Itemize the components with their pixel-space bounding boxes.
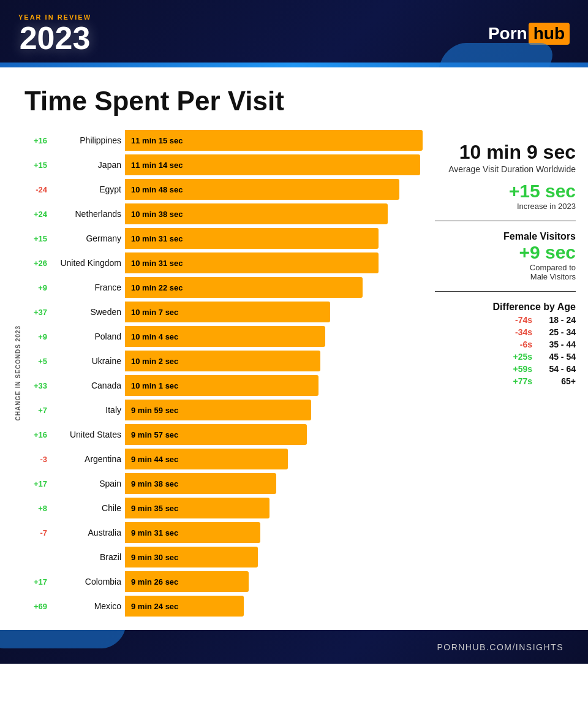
bar: 9 min 59 sec [125,400,311,420]
age-range: 35 - 44 [542,340,576,349]
chart-data: +16Philippines11 min 15 sec+15Japan11 mi… [21,129,423,618]
chart-row: +15Germany10 min 31 sec [21,227,423,250]
bar-label: 10 min 48 sec [131,185,183,194]
chart-column: CHANGE IN SECONDS 2023 +16Philippines11 … [12,129,423,618]
country-name: Canada [51,381,121,390]
bar-label: 11 min 14 sec [131,161,183,170]
bar-label: 9 min 59 sec [131,406,178,415]
age-range: 18 - 24 [542,315,576,325]
pornhub-logo: Porn hub [488,23,570,45]
chart-row: -3Argentina9 min 44 sec [21,447,423,471]
logo-area: YEAR IN REVIEW 2023 [18,13,91,54]
chart-row: +17Colombia9 min 26 sec [21,570,423,593]
change-value: +17 [21,479,47,488]
chart-row: +17Spain9 min 38 sec [21,472,423,495]
change-value: +9 [21,283,47,292]
age-range: 45 - 54 [542,352,576,362]
footer: PORNHUB.COM/INSIGHTS [0,630,588,664]
bar-container: 11 min 15 sec [125,130,423,151]
bar: 9 min 31 sec [125,522,260,543]
age-change: -34s [502,327,532,337]
bar-label: 9 min 30 sec [131,553,178,562]
country-name: Chile [51,503,121,513]
bar-label: 10 min 31 sec [131,259,183,268]
chart-row: +9Poland10 min 4 sec [21,325,423,348]
avg-duration-block: 10 min 9 sec Average Visit Duration Worl… [435,141,576,175]
change-value: +17 [21,577,47,586]
bar-label: 10 min 1 sec [131,381,178,390]
change-value: +8 [21,504,47,513]
chart-row: +33Canada10 min 1 sec [21,374,423,397]
bar: 9 min 44 sec [125,449,288,469]
chart-row: Brazil9 min 30 sec [21,545,423,569]
change-value: -7 [21,528,47,537]
chart-row: -24Egypt10 min 48 sec [21,178,423,201]
bar-label: 9 min 44 sec [131,455,178,464]
age-table: -74s18 - 24-34s25 - 34-6s35 - 44+25s45 -… [435,315,576,386]
age-row: -6s35 - 44 [435,340,576,349]
bar: 10 min 7 sec [125,302,330,322]
bar: 10 min 38 sec [125,203,388,224]
bar-container: 9 min 57 sec [125,424,423,445]
bar-container: 9 min 30 sec [125,547,423,567]
female-diff: +9 sec [435,242,576,263]
country-name: Mexico [51,601,121,611]
change-value: +26 [21,259,47,268]
bar-container: 9 min 59 sec [125,400,423,420]
country-name: Ukraine [51,356,121,366]
bar: 9 min 24 sec [125,596,244,617]
change-value: +16 [21,430,47,439]
bar-container: 9 min 31 sec [125,522,423,543]
year-2023: 2023 [20,22,91,54]
age-change: +77s [502,376,532,386]
change-value: +24 [21,210,47,219]
age-change: +59s [502,364,532,374]
bar-label: 9 min 31 sec [131,528,178,537]
bar-label: 9 min 26 sec [131,577,178,586]
age-range: 54 - 64 [542,364,576,374]
country-name: France [51,283,121,292]
change-value: -24 [21,185,47,194]
change-value: +15 [21,161,47,170]
bar-label: 10 min 31 sec [131,234,183,243]
country-name: Poland [51,332,121,341]
stats-column: 10 min 9 sec Average Visit Duration Worl… [435,129,576,618]
country-name: Brazil [51,552,121,562]
bar: 9 min 30 sec [125,547,258,567]
bar: 10 min 48 sec [125,179,399,200]
main-content: CHANGE IN SECONDS 2023 +16Philippines11 … [0,123,588,630]
bar-container: 10 min 38 sec [125,203,423,224]
change-value: +7 [21,406,47,415]
country-name: Egypt [51,184,121,194]
bar: 11 min 15 sec [125,130,423,151]
chart-row: +16United States9 min 57 sec [21,423,423,446]
age-change: +25s [502,352,532,362]
chart-row: +16Philippines11 min 15 sec [21,129,423,152]
change-value: +16 [21,136,47,145]
bar-label: 9 min 38 sec [131,479,178,488]
bar-container: 9 min 44 sec [125,449,423,469]
chart-row: +7Italy9 min 59 sec [21,398,423,422]
bar-container: 9 min 35 sec [125,498,423,518]
change-value: +15 [21,234,47,243]
header: YEAR IN REVIEW 2023 Porn hub [0,0,588,67]
chart-row: +5Ukraine10 min 2 sec [21,349,423,373]
age-range: 65+ [542,376,576,386]
bar-label: 11 min 15 sec [131,136,183,145]
country-name: Italy [51,405,121,415]
age-range: 25 - 34 [542,327,576,337]
age-block: Difference by Age -74s18 - 24-34s25 - 34… [435,302,576,386]
age-row: +77s65+ [435,376,576,386]
compared-sub: Male Visitors [435,272,576,281]
bar-container: 10 min 7 sec [125,302,423,322]
chart-row: +37Sweden10 min 7 sec [21,300,423,324]
age-change: -6s [502,340,532,349]
logo-porn: Porn [488,24,527,44]
logo-hub: hub [529,23,570,45]
avg-duration: 10 min 9 sec [435,141,576,164]
increase-label: Increase in 2023 [435,202,576,211]
chart-row: -7Australia9 min 31 sec [21,521,423,544]
age-row: -74s18 - 24 [435,315,576,325]
bar: 9 min 38 sec [125,473,276,494]
age-row: -34s25 - 34 [435,327,576,337]
